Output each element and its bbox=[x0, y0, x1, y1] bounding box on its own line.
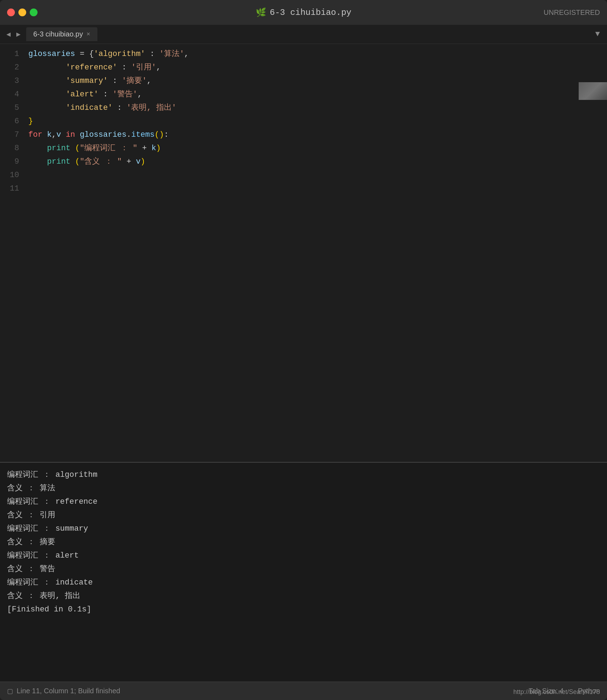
maximize-button[interactable] bbox=[30, 9, 38, 16]
output-line-3: 编程词汇 ： reference bbox=[7, 495, 600, 509]
tab-nav-forward[interactable]: ▶ bbox=[13, 28, 23, 40]
watermark: http://blog.csdn.net/SeanYi178 bbox=[513, 688, 600, 696]
editor-area[interactable]: 1 2 3 4 5 6 7 8 9 10 11 glossaries = {'a… bbox=[0, 44, 607, 462]
window-icon: 🌿 bbox=[256, 7, 266, 18]
active-tab[interactable]: 6-3 cihuibiao.py × bbox=[26, 27, 97, 41]
output-line-8: 含义 ： 警告 bbox=[7, 563, 600, 576]
window-title: 🌿 6-3 cihuibiao.py bbox=[256, 7, 351, 18]
status-position: Line 11, Column 1; Build finished bbox=[17, 687, 120, 695]
tab-close-button[interactable]: × bbox=[86, 30, 90, 38]
output-line-2: 含义 ： 算法 bbox=[7, 482, 600, 495]
line-num-6: 6 bbox=[0, 115, 19, 128]
code-container: 1 2 3 4 5 6 7 8 9 10 11 glossaries = {'a… bbox=[0, 44, 607, 462]
code-editor[interactable]: glossaries = {'algorithm' : '算法', 'refer… bbox=[25, 47, 607, 458]
tab-bar: ◀ ▶ 6-3 cihuibiao.py × ▼ bbox=[0, 25, 607, 44]
line-num-1: 1 bbox=[0, 47, 19, 61]
corner-image bbox=[579, 82, 607, 100]
tab-nav-back[interactable]: ◀ bbox=[4, 28, 13, 40]
line-num-8: 8 bbox=[0, 142, 19, 155]
output-line-9: 编程词汇 ： indicate bbox=[7, 576, 600, 589]
line-num-9: 9 bbox=[0, 155, 19, 169]
line-num-10: 10 bbox=[0, 169, 19, 182]
minimize-button[interactable] bbox=[18, 9, 26, 16]
output-panel: 编程词汇 ： algorithm 含义 ： 算法 编程词汇 ： referenc… bbox=[0, 462, 607, 682]
window-title-text: 6-3 cihuibiao.py bbox=[270, 8, 351, 17]
tab-label: 6-3 cihuibiao.py bbox=[33, 30, 83, 38]
main-window: 🌿 6-3 cihuibiao.py UNREGISTERED ◀ ▶ 6-3 … bbox=[0, 0, 607, 700]
line-num-2: 2 bbox=[0, 61, 19, 74]
output-line-4: 含义 ： 引用 bbox=[7, 509, 600, 522]
unregistered-label: UNREGISTERED bbox=[544, 9, 600, 17]
output-line-10: 含义 ： 表明, 指出 bbox=[7, 589, 600, 603]
line-num-4: 4 bbox=[0, 88, 19, 101]
traffic-lights bbox=[7, 9, 38, 16]
line-num-3: 3 bbox=[0, 74, 19, 88]
line-num-11: 11 bbox=[0, 182, 19, 196]
output-content: 编程词汇 ： algorithm 含义 ： 算法 编程词汇 ： referenc… bbox=[0, 463, 607, 622]
output-line-6: 含义 ： 摘要 bbox=[7, 536, 600, 549]
output-line-11: [Finished in 0.1s] bbox=[7, 603, 600, 616]
output-line-5: 编程词汇 ： summary bbox=[7, 522, 600, 536]
tab-dropdown-button[interactable]: ▼ bbox=[595, 30, 600, 39]
close-button[interactable] bbox=[7, 9, 15, 16]
line-num-5: 5 bbox=[0, 101, 19, 115]
line-num-7: 7 bbox=[0, 128, 19, 142]
title-bar: 🌿 6-3 cihuibiao.py UNREGISTERED bbox=[0, 0, 607, 25]
output-line-7: 编程词汇 ： alert bbox=[7, 549, 600, 563]
status-left: ▢ Line 11, Column 1; Build finished bbox=[7, 687, 120, 695]
line-numbers: 1 2 3 4 5 6 7 8 9 10 11 bbox=[0, 47, 25, 458]
output-line-1: 编程词汇 ： algorithm bbox=[7, 468, 600, 482]
status-icon: ▢ bbox=[7, 687, 13, 695]
